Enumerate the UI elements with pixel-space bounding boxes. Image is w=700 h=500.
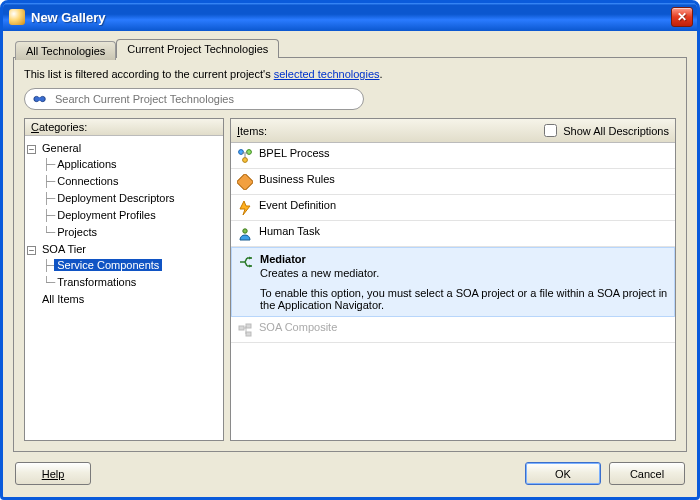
mediator-icon — [238, 254, 254, 270]
help-button[interactable]: Help — [15, 462, 91, 485]
client-area: All Technologies Current Project Technol… — [3, 31, 697, 497]
item-label: BPEL Process — [259, 147, 330, 159]
show-all-checkbox-input[interactable] — [544, 124, 557, 137]
collapse-icon[interactable]: − — [27, 145, 36, 154]
tree-node-deployment-descriptors[interactable]: ├─Deployment Descriptors — [27, 190, 221, 207]
categories-tree[interactable]: −General ├─Applications ├─Connections ├─… — [25, 136, 223, 440]
tree-node-all-items[interactable]: All Items — [27, 291, 221, 307]
items-pane: Items: Show All Descriptions BPEL Proces… — [230, 118, 676, 441]
svg-marker-7 — [240, 201, 250, 215]
search-input[interactable] — [53, 92, 355, 106]
tree-node-projects[interactable]: └─Projects — [27, 224, 221, 241]
tree-node-soa-tier[interactable]: −SOA Tier — [27, 241, 221, 257]
filter-suffix: . — [380, 68, 383, 80]
tree-node-service-components[interactable]: ├─Service Components — [27, 257, 221, 274]
close-button[interactable]: ✕ — [671, 7, 693, 27]
item-business-rules[interactable]: Business Rules — [231, 169, 675, 195]
show-all-label: Show All Descriptions — [563, 125, 669, 137]
item-description: Creates a new mediator. — [260, 267, 668, 279]
bpel-icon — [237, 148, 253, 164]
item-label: SOA Composite — [259, 321, 337, 333]
categories-header: Categories: — [25, 119, 223, 136]
composite-icon — [237, 322, 253, 338]
svg-rect-13 — [246, 332, 251, 336]
tab-all-technologies[interactable]: All Technologies — [15, 41, 116, 60]
svg-point-5 — [243, 158, 248, 163]
dialog-window: New Gallery ✕ All Technologies Current P… — [0, 0, 700, 500]
item-human-task[interactable]: Human Task — [231, 221, 675, 247]
items-header: Items: Show All Descriptions — [231, 119, 675, 143]
svg-marker-9 — [249, 257, 252, 260]
items-label: Items: — [237, 125, 540, 137]
item-label: Mediator — [260, 253, 668, 265]
tree-node-deployment-profiles[interactable]: ├─Deployment Profiles — [27, 207, 221, 224]
titlebar: New Gallery ✕ — [3, 3, 697, 31]
svg-rect-11 — [239, 326, 244, 330]
categories-label: Categories: — [31, 121, 217, 133]
tab-label: Current Project Technologies — [127, 43, 268, 55]
binoculars-icon — [33, 92, 47, 106]
search-field-wrap — [24, 88, 364, 110]
tree-node-applications[interactable]: ├─Applications — [27, 156, 221, 173]
item-mediator[interactable]: Mediator Creates a new mediator. To enab… — [231, 247, 675, 317]
rules-icon — [237, 174, 253, 190]
svg-rect-2 — [37, 97, 41, 101]
ok-button[interactable]: OK — [525, 462, 601, 485]
svg-point-4 — [247, 150, 252, 155]
cancel-button[interactable]: Cancel — [609, 462, 685, 485]
item-label: Event Definition — [259, 199, 336, 211]
human-task-icon — [237, 226, 253, 242]
split-panels: Categories: −General ├─Applications ├─Co… — [24, 118, 676, 441]
item-event-definition[interactable]: Event Definition — [231, 195, 675, 221]
filter-description: This list is filtered according to the c… — [24, 68, 676, 80]
close-icon: ✕ — [677, 10, 687, 24]
tree-node-connections[interactable]: ├─Connections — [27, 173, 221, 190]
item-bpel-process[interactable]: BPEL Process — [231, 143, 675, 169]
button-bar: Help OK Cancel — [3, 452, 697, 497]
tabstrip: All Technologies Current Project Technol… — [3, 31, 697, 58]
svg-marker-10 — [249, 265, 252, 268]
svg-rect-12 — [246, 324, 251, 328]
svg-point-3 — [239, 150, 244, 155]
svg-point-8 — [243, 229, 247, 233]
selected-technologies-link[interactable]: selected technologies — [274, 68, 380, 80]
show-all-descriptions-checkbox[interactable]: Show All Descriptions — [540, 121, 669, 140]
collapse-icon[interactable]: − — [27, 246, 36, 255]
filter-prefix: This list is filtered according to the c… — [24, 68, 274, 80]
items-list: BPEL Process Business Rules — [231, 143, 675, 440]
item-soa-composite[interactable]: SOA Composite — [231, 317, 675, 343]
app-icon — [9, 9, 25, 25]
item-label: Human Task — [259, 225, 320, 237]
window-title: New Gallery — [31, 10, 671, 25]
svg-rect-6 — [237, 174, 253, 190]
tree-node-transformations[interactable]: └─Transformations — [27, 274, 221, 291]
item-label: Business Rules — [259, 173, 335, 185]
categories-pane: Categories: −General ├─Applications ├─Co… — [24, 118, 224, 441]
event-icon — [237, 200, 253, 216]
tree-node-general[interactable]: −General — [27, 140, 221, 156]
tab-panel: This list is filtered according to the c… — [13, 57, 687, 452]
item-disabled-reason: To enable this option, you must select a… — [260, 287, 668, 311]
tab-current-project-technologies[interactable]: Current Project Technologies — [116, 39, 279, 58]
tab-label: All Technologies — [26, 45, 105, 57]
